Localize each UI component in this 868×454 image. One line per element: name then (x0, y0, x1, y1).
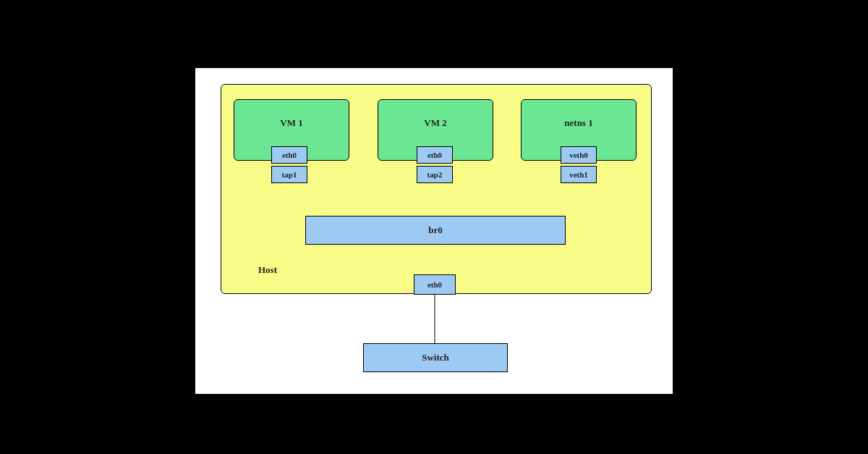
vm2-eth0: eth0 (417, 146, 453, 164)
netns1-veth1: veth1 (561, 166, 597, 183)
diagram-canvas: Host VM 1 eth0 tap1 VM 2 eth0 tap2 netns… (195, 68, 673, 394)
bridge-br0: br0 (305, 216, 566, 245)
host-label: Host (258, 264, 277, 276)
netns1-title: netns 1 (522, 117, 636, 129)
vm2-tap2: tap2 (417, 166, 453, 183)
host-eth0: eth0 (414, 274, 456, 295)
vm1-title: VM 1 (234, 117, 349, 129)
vm1-eth0: eth0 (271, 146, 307, 164)
netns1-veth0: veth0 (561, 146, 597, 164)
switch-box: Switch (363, 343, 508, 372)
vm1-tap1: tap1 (271, 166, 307, 183)
vm2-title: VM 2 (378, 117, 493, 129)
